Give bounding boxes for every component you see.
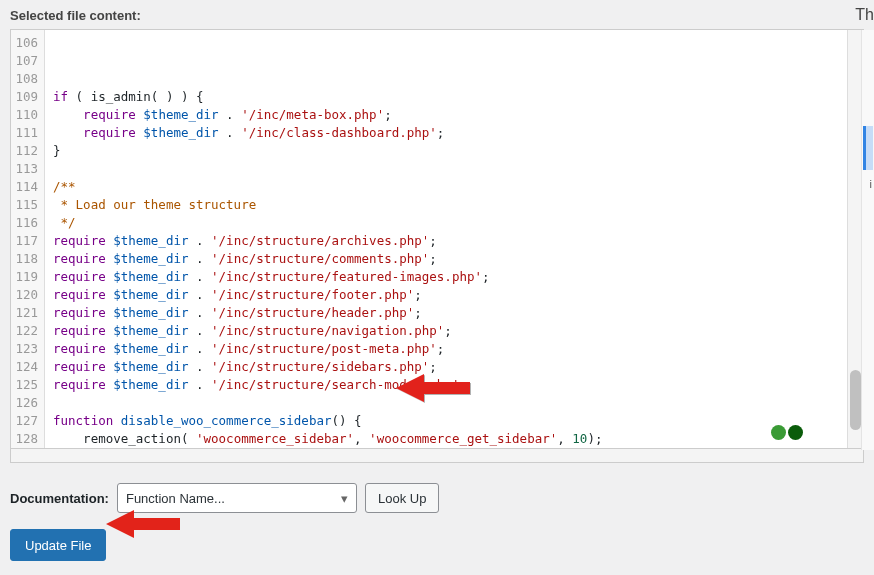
- line-number-gutter: 1061071081091101111121131141151161171181…: [11, 30, 45, 448]
- code-line[interactable]: function disable_woo_commerce_sidebar() …: [53, 412, 839, 430]
- code-line[interactable]: [53, 160, 839, 178]
- code-line[interactable]: remove_action( 'woocommerce_sidebar', 'w…: [53, 430, 839, 448]
- section-title: Selected file content:: [0, 0, 874, 29]
- code-line[interactable]: require $theme_dir . '/inc/structure/sea…: [53, 376, 839, 394]
- partial-text-right: Th: [855, 6, 874, 24]
- code-line[interactable]: }: [53, 142, 839, 160]
- code-line[interactable]: [53, 394, 839, 412]
- code-line[interactable]: require $theme_dir . '/inc/structure/fea…: [53, 268, 839, 286]
- code-line[interactable]: if ( is_admin( ) ) {: [53, 88, 839, 106]
- code-line[interactable]: require $theme_dir . '/inc/structure/pos…: [53, 340, 839, 358]
- right-side-strip: i: [861, 30, 874, 450]
- code-line[interactable]: require $theme_dir . '/inc/class-dashboa…: [53, 124, 839, 142]
- code-line[interactable]: */: [53, 214, 839, 232]
- code-line[interactable]: require $theme_dir . '/inc/structure/sid…: [53, 358, 839, 376]
- code-line[interactable]: * Load our theme structure: [53, 196, 839, 214]
- code-line[interactable]: /**: [53, 178, 839, 196]
- code-content[interactable]: if ( is_admin( ) ) { require $theme_dir …: [45, 30, 847, 448]
- grammarly-badge: [771, 425, 805, 442]
- right-highlight: [863, 126, 873, 170]
- partial-letter: i: [870, 178, 872, 190]
- function-name-select[interactable]: Function Name...: [117, 483, 357, 513]
- code-line[interactable]: require $theme_dir . '/inc/structure/com…: [53, 250, 839, 268]
- code-editor[interactable]: 1061071081091101111121131141151161171181…: [10, 29, 864, 449]
- documentation-label: Documentation:: [10, 491, 109, 506]
- code-line[interactable]: require $theme_dir . '/inc/structure/hea…: [53, 304, 839, 322]
- scroll-thumb[interactable]: [850, 370, 861, 430]
- code-line[interactable]: require $theme_dir . '/inc/structure/foo…: [53, 286, 839, 304]
- select-value: Function Name...: [126, 491, 225, 506]
- code-line[interactable]: require $theme_dir . '/inc/structure/nav…: [53, 322, 839, 340]
- code-line[interactable]: require $theme_dir . '/inc/meta-box.php'…: [53, 106, 839, 124]
- horizontal-scrollbar[interactable]: [10, 449, 864, 463]
- update-file-button[interactable]: Update File: [10, 529, 106, 561]
- code-line[interactable]: require $theme_dir . '/inc/structure/arc…: [53, 232, 839, 250]
- lookup-button[interactable]: Look Up: [365, 483, 439, 513]
- code-line[interactable]: [53, 70, 839, 88]
